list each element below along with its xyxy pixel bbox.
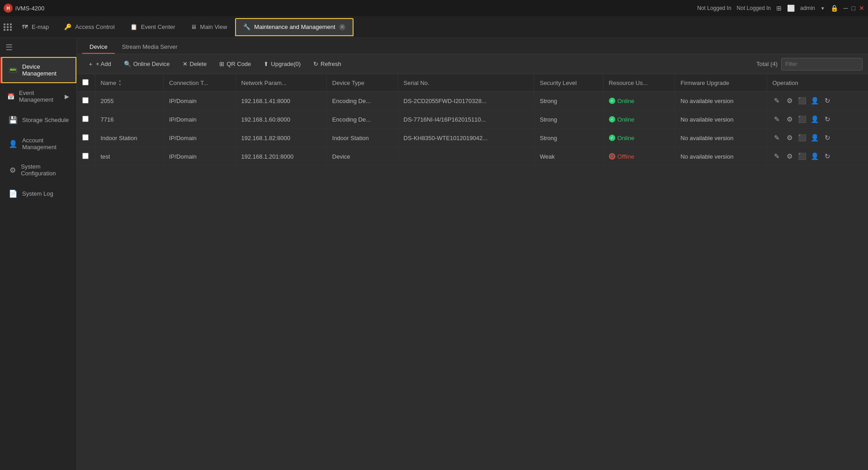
apps-grid-icon[interactable]	[4, 24, 12, 31]
edit-icon-row-1[interactable]: ✎	[773, 115, 782, 124]
sync-icon-row-0[interactable]: ↻	[823, 96, 832, 105]
table-body: 2055 IP/Domain 192.168.1.41:8000 Encodin…	[77, 92, 868, 166]
sub-tab-device[interactable]: Device	[82, 41, 115, 54]
th-serial-no: Serial No.	[398, 74, 534, 92]
row-operation-0: ✎⚙⬛👤↻	[767, 92, 868, 110]
sub-tab-stream-media[interactable]: Stream Media Server	[115, 41, 185, 54]
export-icon-row-1[interactable]: ⬛	[798, 115, 807, 124]
settings-icon-row-0[interactable]: ⚙	[785, 96, 794, 105]
device-management-icon: 📟	[9, 66, 18, 75]
sync-icon-row-1[interactable]: ↻	[823, 115, 832, 124]
sidebar-item-storage-schedule[interactable]: 💾 Storage Schedule	[0, 109, 76, 131]
minimize-button[interactable]: ─	[844, 5, 848, 12]
edit-icon-row-2[interactable]: ✎	[773, 133, 782, 142]
user-dropdown-icon[interactable]: ▼	[821, 6, 825, 11]
edit-icon-row-3[interactable]: ✎	[773, 152, 782, 161]
row-checkbox-input-2[interactable]	[82, 134, 89, 141]
sidebar-item-system-configuration[interactable]: ⚙ System Configuration	[0, 157, 76, 183]
app-name: iVMS-4200	[15, 5, 44, 12]
qr-code-label: QR Code	[226, 61, 251, 67]
sidebar-item-account-management[interactable]: 👤 Account Management	[0, 131, 76, 157]
add-button[interactable]: ＋ + Add	[82, 58, 117, 70]
system-configuration-icon: ⚙	[9, 166, 16, 174]
th-device-type-label: Device Type	[332, 80, 364, 86]
online-device-label: Online Device	[133, 61, 170, 67]
window-controls: ─ □ ✕	[844, 5, 864, 12]
maintenance-tab-close[interactable]: ✕	[339, 24, 345, 30]
tab-event-center[interactable]: 📋 Event Center	[123, 18, 183, 36]
sub-tab-stream-media-label: Stream Media Server	[122, 43, 178, 50]
th-connection-type-label: Connection T...	[169, 80, 208, 86]
row-operation-3: ✎⚙⬛👤↻	[767, 147, 868, 166]
nav-tabs: 🗺 E-map 🔑 Access Control 📋 Event Center …	[0, 16, 868, 38]
row-checkbox-input-0[interactable]	[82, 97, 89, 103]
qr-icon: ⊞	[219, 61, 224, 67]
sync-icon-row-2[interactable]: ↻	[823, 133, 832, 142]
row-connection-type-1: IP/Domain	[164, 110, 236, 129]
refresh-button[interactable]: ↻ Refresh	[308, 58, 347, 70]
not-logged-in-text: Not Logged In	[737, 5, 771, 11]
settings-icon-row-1[interactable]: ⚙	[785, 115, 794, 124]
user-icon-row-3[interactable]: 👤	[811, 152, 820, 161]
tab-access-control[interactable]: 🔑 Access Control	[57, 18, 122, 36]
name-sort-arrows[interactable]: ▲▼	[118, 79, 122, 87]
table-row: test IP/Domain 192.168.1.201:8000 Device…	[77, 147, 868, 166]
device-table-container: Name ▲▼ Connection T... Network Param...	[77, 74, 868, 470]
th-device-type: Device Type	[326, 74, 398, 92]
main-view-icon: 🖥	[191, 24, 197, 30]
row-checkbox-input-1[interactable]	[82, 116, 89, 122]
search-icon: 🔍	[124, 61, 131, 67]
export-icon-row-3[interactable]: ⬛	[798, 152, 807, 161]
row-name-2: Indoor Station	[95, 129, 164, 147]
access-control-icon: 🔑	[64, 24, 71, 30]
user-icon-row-0[interactable]: 👤	[811, 96, 820, 105]
grid-view-icon[interactable]: ⊞	[776, 5, 782, 12]
edit-icon-row-0[interactable]: ✎	[773, 96, 782, 105]
export-icon-row-0[interactable]: ⬛	[798, 96, 807, 105]
settings-icon-row-3[interactable]: ⚙	[785, 152, 794, 161]
qr-code-button[interactable]: ⊞ QR Code	[214, 58, 256, 70]
user-label[interactable]: admin	[800, 5, 815, 11]
row-network-params-1: 192.168.1.60:8000	[236, 110, 326, 129]
close-button[interactable]: ✕	[859, 5, 864, 12]
maximize-button[interactable]: □	[852, 5, 855, 12]
select-all-checkbox[interactable]	[82, 79, 89, 85]
user-icon-row-1[interactable]: 👤	[811, 115, 820, 124]
row-network-params-0: 192.168.1.41:8000	[236, 92, 326, 110]
user-icon-row-2[interactable]: 👤	[811, 133, 820, 142]
row-checkbox-3	[77, 147, 95, 166]
sidebar-toggle[interactable]: ☰	[0, 38, 76, 57]
tab-maintenance-label: Maintenance and Management	[254, 24, 335, 30]
tab-emap[interactable]: 🗺 E-map	[15, 18, 56, 36]
row-serial-no-1: DS-7716NI-I4/16P162015110...	[398, 110, 534, 129]
tab-maintenance[interactable]: 🔧 Maintenance and Management ✕	[235, 18, 353, 36]
sync-icon-row-3[interactable]: ↻	[823, 152, 832, 161]
upgrade-button[interactable]: ⬆ Upgrade(0)	[258, 58, 306, 70]
row-name-3: test	[95, 147, 164, 166]
add-label: + Add	[96, 61, 111, 67]
delete-button[interactable]: ✕ Delete	[177, 58, 212, 70]
export-icon-row-2[interactable]: ⬛	[798, 133, 807, 142]
toolbar: ＋ + Add 🔍 Online Device ✕ Delete ⊞ QR Co…	[77, 54, 868, 74]
sidebar-item-device-management[interactable]: 📟 Device Management	[0, 57, 76, 83]
event-management-expand-icon: ▶	[65, 93, 69, 100]
row-network-params-2: 192.168.1.82:8000	[236, 129, 326, 147]
monitor-icon[interactable]: ⬜	[787, 5, 795, 12]
settings-icon-row-2[interactable]: ⚙	[785, 133, 794, 142]
content-area: Device Stream Media Server ＋ + Add 🔍 Onl…	[77, 38, 868, 470]
tab-emap-label: E-map	[32, 24, 49, 30]
filter-input[interactable]	[781, 58, 863, 70]
lock-icon[interactable]: 🔒	[830, 5, 838, 12]
delete-icon: ✕	[183, 61, 188, 67]
table-row: 2055 IP/Domain 192.168.1.41:8000 Encodin…	[77, 92, 868, 110]
row-resource-usage-2: Online	[603, 129, 675, 147]
row-checkbox-input-3[interactable]	[82, 153, 89, 159]
sidebar-item-system-log[interactable]: 📄 System Log	[0, 183, 76, 204]
tab-main-view[interactable]: 🖥 Main View	[184, 18, 235, 36]
sidebar-item-event-management[interactable]: 📅 Event Management ▶	[0, 83, 76, 109]
row-checkbox-2	[77, 129, 95, 147]
th-name: Name ▲▼	[95, 74, 164, 92]
online-device-button[interactable]: 🔍 Online Device	[118, 58, 175, 70]
row-checkbox-0	[77, 92, 95, 110]
th-connection-type: Connection T...	[164, 74, 236, 92]
